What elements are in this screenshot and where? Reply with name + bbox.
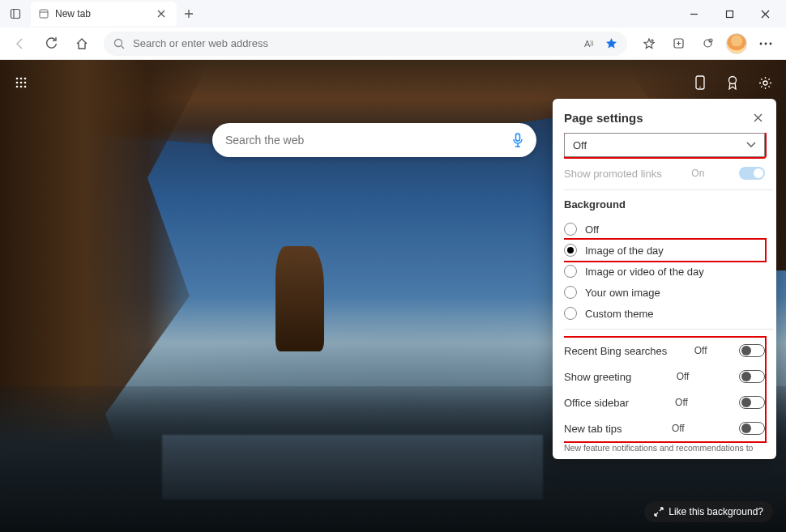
panel-title: Page settings	[564, 111, 643, 125]
bg-option-image-of-day[interactable]: Image of the day	[564, 240, 765, 261]
svg-point-18	[16, 78, 19, 80]
bg-option-own-image[interactable]: Your own image	[564, 282, 765, 303]
favorite-star-icon[interactable]	[605, 37, 617, 49]
read-aloud-icon[interactable]: A))	[584, 38, 597, 49]
tab-close-button[interactable]	[154, 6, 169, 21]
web-search-box[interactable]	[212, 123, 536, 157]
toggle-switches-group: Recent Bing searches Off Show greeting O…	[564, 338, 765, 441]
svg-point-17	[770, 42, 772, 45]
address-input[interactable]	[133, 37, 576, 49]
bg-option-custom-theme[interactable]: Custom theme	[564, 303, 765, 324]
avatar-icon	[726, 33, 747, 54]
browser-tab[interactable]: New tab	[31, 2, 177, 26]
expand-icon	[654, 507, 664, 517]
svg-point-26	[24, 86, 27, 88]
svg-line-7	[122, 45, 125, 49]
minimize-button[interactable]	[676, 2, 711, 26]
refresh-button[interactable]	[37, 31, 65, 57]
microphone-icon[interactable]	[512, 133, 523, 147]
radio-icon	[564, 244, 577, 257]
bg-option-image-video-of-day[interactable]: Image or video of the day	[564, 261, 765, 282]
svg-text:)): ))	[590, 40, 594, 46]
mobile-icon[interactable]	[689, 71, 711, 94]
recent-searches-row: Recent Bing searches Off	[564, 338, 765, 364]
svg-point-16	[765, 42, 767, 45]
new-tab-tips-row: New tab tips Off	[564, 415, 765, 441]
svg-rect-0	[11, 10, 20, 19]
recent-searches-toggle[interactable]	[739, 344, 765, 357]
like-background-button[interactable]: Like this background?	[644, 501, 773, 522]
search-icon	[113, 38, 125, 49]
dropdown-value: Off	[573, 139, 587, 151]
radio-icon	[564, 307, 577, 320]
web-search-input[interactable]	[225, 134, 512, 147]
svg-point-22	[20, 82, 23, 84]
promoted-links-row: Show promoted links On	[564, 167, 765, 180]
svg-point-19	[20, 78, 23, 80]
collections-button[interactable]	[664, 31, 692, 57]
titlebar: New tab	[0, 0, 786, 28]
page-settings-panel: Page settings Off Show promoted links On…	[553, 99, 776, 459]
new-tab-page: Page settings Off Show promoted links On…	[0, 60, 786, 532]
home-button[interactable]	[68, 31, 96, 57]
new-tab-button[interactable]	[177, 2, 201, 26]
background-section-label: Background	[564, 198, 765, 211]
window-controls	[676, 2, 783, 26]
show-greeting-toggle[interactable]	[739, 370, 765, 383]
radio-icon	[564, 265, 577, 278]
profile-button[interactable]	[723, 31, 750, 57]
chevron-down-icon	[746, 142, 756, 148]
radio-icon	[564, 286, 577, 299]
svg-point-30	[763, 81, 767, 85]
radio-icon	[564, 223, 577, 236]
svg-rect-31	[516, 134, 520, 141]
promoted-links-toggle	[739, 167, 765, 180]
tab-title: New tab	[55, 8, 91, 19]
overlay-top-row	[10, 70, 776, 96]
svg-rect-13	[704, 40, 711, 47]
office-sidebar-toggle[interactable]	[739, 396, 765, 409]
rewards-icon[interactable]	[721, 71, 744, 94]
extensions-button[interactable]	[694, 31, 721, 57]
back-button[interactable]	[6, 31, 34, 57]
svg-point-24	[16, 86, 19, 88]
toolbar: A))	[0, 28, 786, 60]
office-sidebar-row: Office sidebar Off	[564, 389, 765, 415]
more-menu-button[interactable]	[752, 31, 780, 57]
apps-grid-button[interactable]	[10, 71, 32, 94]
address-bar[interactable]: A))	[104, 32, 627, 56]
bg-option-off[interactable]: Off	[564, 219, 765, 240]
svg-point-6	[115, 39, 122, 46]
close-window-button[interactable]	[747, 2, 783, 26]
new-tab-tips-toggle[interactable]	[739, 422, 765, 435]
panel-close-button[interactable]	[750, 110, 765, 125]
svg-point-15	[760, 42, 763, 45]
svg-point-25	[20, 86, 23, 88]
svg-point-21	[16, 82, 19, 84]
tab-actions-button[interactable]	[3, 2, 28, 26]
svg-point-23	[24, 82, 27, 84]
quick-links-dropdown[interactable]: Off	[564, 133, 765, 157]
settings-gear-icon[interactable]	[754, 71, 776, 94]
svg-point-20	[24, 78, 27, 80]
page-icon	[39, 9, 49, 19]
maximize-button[interactable]	[711, 2, 747, 26]
tips-subtext: New feature notifications and recommenda…	[564, 443, 765, 453]
svg-rect-2	[40, 10, 48, 18]
favorites-button[interactable]	[635, 31, 663, 57]
show-greeting-row: Show greeting Off	[564, 364, 765, 389]
svg-rect-5	[726, 11, 733, 17]
svg-point-28	[699, 87, 701, 88]
